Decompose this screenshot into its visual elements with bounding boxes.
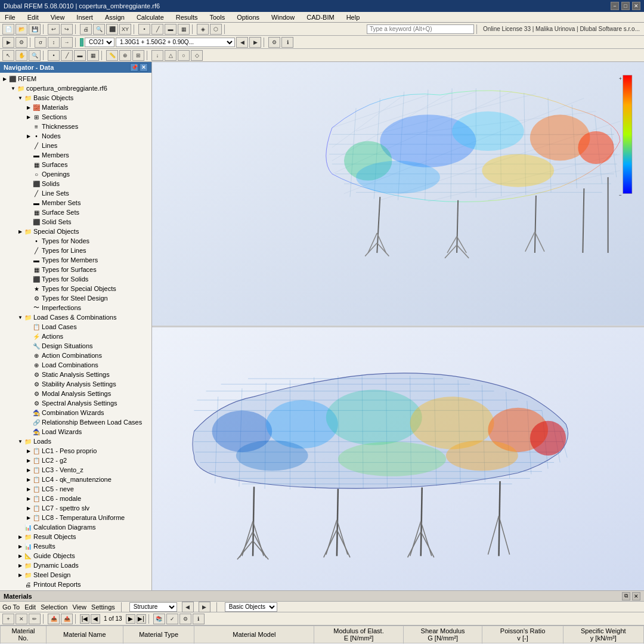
- force-btn[interactable]: →: [61, 37, 73, 48]
- maximize-button[interactable]: □: [621, 2, 630, 10]
- structural-view-bottom[interactable]: [152, 327, 644, 591]
- members-toggle[interactable]: ▬: [165, 24, 177, 35]
- menu-view[interactable]: View: [48, 14, 67, 21]
- tree-solidsets[interactable]: ⬛ Solid Sets: [0, 217, 151, 227]
- tree-types-steel[interactable]: ⚙ Types for Steel Design: [0, 293, 151, 303]
- menu-help[interactable]: Help: [344, 14, 363, 21]
- mat-menu-view[interactable]: View: [72, 603, 86, 611]
- filter-objects-dropdown[interactable]: Basic Objects: [225, 602, 277, 612]
- close-button[interactable]: ✕: [632, 2, 640, 10]
- load-btn[interactable]: ↓: [151, 50, 163, 61]
- filter-structure-dropdown[interactable]: Structure: [129, 602, 177, 612]
- tree-members[interactable]: ▬ Members: [0, 150, 151, 160]
- tree-dynamic-loads[interactable]: ▶ 📁 Dynamic Loads: [0, 561, 151, 570]
- combo-co[interactable]: CO21: [85, 38, 114, 47]
- settings-btn[interactable]: ⚙: [268, 37, 280, 48]
- support-btn[interactable]: △: [165, 50, 177, 61]
- tree-printout[interactable]: 🖨 Printout Reports: [0, 580, 151, 589]
- tree-lines[interactable]: ╱ Lines: [0, 141, 151, 150]
- nodes-toggle[interactable]: •: [138, 24, 150, 35]
- menu-results[interactable]: Results: [174, 14, 200, 21]
- tree-lc5[interactable]: ▶ 📋 LC5 - neve: [0, 484, 151, 494]
- mat-menu-settings[interactable]: Settings: [91, 603, 115, 611]
- open-button[interactable]: 📂: [16, 24, 27, 35]
- next-result[interactable]: ▶: [249, 37, 261, 48]
- tree-types-members[interactable]: ▬ Types for Members: [0, 255, 151, 265]
- mat-add-button[interactable]: +: [2, 614, 14, 624]
- page-next[interactable]: ▶: [126, 614, 135, 624]
- tree-surfaces[interactable]: ▦ Surfaces: [0, 160, 151, 169]
- tree-result-objects[interactable]: ▶ 📁 Result Objects: [0, 532, 151, 541]
- tree-action-combos[interactable]: ⊕ Action Combinations: [0, 351, 151, 360]
- tree-surfacesets[interactable]: ▦ Surface Sets: [0, 208, 151, 217]
- hinge-btn[interactable]: ◇: [191, 50, 203, 61]
- zoom-all-button[interactable]: 🔍: [93, 24, 105, 35]
- tree-lc8[interactable]: ▶ 📋 LC8 - Temperatura Uniforme: [0, 513, 151, 522]
- structural-view-top[interactable]: + −: [152, 62, 644, 326]
- tree-load-combos[interactable]: ▼ 📁 Load Cases & Combinations: [0, 312, 151, 322]
- menu-options[interactable]: Options: [234, 14, 262, 21]
- render-btn[interactable]: ◈: [197, 24, 209, 35]
- menu-calculate[interactable]: Calculate: [134, 14, 166, 21]
- lines-toggle[interactable]: ╱: [151, 24, 163, 35]
- nav-close-button[interactable]: ✕: [140, 63, 148, 72]
- mat-edit-button[interactable]: ✏: [29, 614, 41, 624]
- tree-materials[interactable]: ▶ 🧱 Materials: [0, 103, 151, 112]
- tree-openings[interactable]: ○ Openings: [0, 169, 151, 179]
- mat-export-button[interactable]: 📤: [61, 614, 73, 624]
- tree-calc-diagrams[interactable]: 📊 Calculation Diagrams: [0, 522, 151, 532]
- tree-guide-objects[interactable]: ▶ 📐 Guide Objects: [0, 551, 151, 561]
- tree-file[interactable]: ▼ 📁 copertura_ombreggiante.rf6: [0, 83, 151, 93]
- tree-nodes[interactable]: ▶ • Nodes: [0, 131, 151, 141]
- tree-special-objects[interactable]: ▶ 📁 Special Objects: [0, 227, 151, 236]
- line-draw-btn[interactable]: ╱: [61, 50, 73, 61]
- page-last[interactable]: ▶|: [137, 614, 146, 624]
- tree-relationship[interactable]: 🔗 Relationship Between Load Cases: [0, 417, 151, 427]
- undo-button[interactable]: ↩: [48, 24, 60, 35]
- save-button[interactable]: 💾: [29, 24, 41, 35]
- nav-pin-button[interactable]: 📌: [130, 63, 138, 72]
- tree-static-settings[interactable]: ⚙ Static Analysis Settings: [0, 370, 151, 379]
- mat-menu-selection[interactable]: Selection: [41, 603, 67, 611]
- tree-load-combos2[interactable]: ⊕ Load Combinations: [0, 360, 151, 370]
- tree-types-special[interactable]: ★ Types for Special Objects: [0, 284, 151, 293]
- tree-steel-design[interactable]: ▶ 📁 Steel Design: [0, 570, 151, 580]
- tree-lc6[interactable]: ▶ 📋 LC6 - modale: [0, 494, 151, 503]
- pan-btn[interactable]: ✋: [16, 50, 27, 61]
- surface-draw-btn[interactable]: ▦: [87, 50, 99, 61]
- tree-load-cases[interactable]: 📋 Load Cases: [0, 322, 151, 332]
- tree-results[interactable]: ▶ 📊 Results: [0, 541, 151, 551]
- filter-next[interactable]: ▶: [199, 602, 210, 612]
- mat-check-button[interactable]: ✓: [166, 614, 178, 624]
- menu-insert[interactable]: Insert: [74, 14, 95, 21]
- surfaces-toggle[interactable]: ▦: [178, 24, 190, 35]
- tree-types-solids[interactable]: ⬛ Types for Solids: [0, 274, 151, 284]
- menu-window[interactable]: Window: [269, 14, 297, 21]
- tree-linesets[interactable]: ╱ Line Sets: [0, 188, 151, 198]
- mat-info-button[interactable]: ℹ: [193, 614, 205, 624]
- view3d-button[interactable]: ⬛: [106, 24, 118, 35]
- tree-types-nodes[interactable]: • Types for Nodes: [0, 236, 151, 246]
- tree-loads[interactable]: ▼ 📁 Loads: [0, 436, 151, 446]
- tree-modal-settings[interactable]: ⚙ Modal Analysis Settings: [0, 389, 151, 398]
- tree-thicknesses[interactable]: ≡ Thicknesses: [0, 122, 151, 131]
- menu-cadbim[interactable]: CAD-BIM: [304, 14, 336, 21]
- view-xy-button[interactable]: XY: [119, 24, 131, 35]
- tree-membersets[interactable]: ▬ Member Sets: [0, 198, 151, 208]
- print-button[interactable]: 🖨: [80, 24, 92, 35]
- zoom-btn[interactable]: 🔍: [29, 50, 41, 61]
- prev-result[interactable]: ◀: [236, 37, 248, 48]
- tree-solids[interactable]: ⬛ Solids: [0, 179, 151, 188]
- new-button[interactable]: 📄: [2, 24, 14, 35]
- menu-file[interactable]: File: [2, 14, 18, 21]
- tree-sections[interactable]: ▶ ⊞ Sections: [0, 112, 151, 122]
- menu-assign[interactable]: Assign: [103, 14, 127, 21]
- menu-tools[interactable]: Tools: [207, 14, 227, 21]
- mat-lib-button[interactable]: 📚: [153, 614, 165, 624]
- tree-lc3[interactable]: ▶ 📋 LC3 - Vento_z: [0, 465, 151, 475]
- page-first[interactable]: |◀: [80, 614, 89, 624]
- tree-types-lines[interactable]: ╱ Types for Lines: [0, 246, 151, 255]
- redo-button[interactable]: ↪: [61, 24, 73, 35]
- panel-float-button[interactable]: ⧉: [622, 592, 630, 600]
- select-btn[interactable]: ↖: [2, 50, 14, 61]
